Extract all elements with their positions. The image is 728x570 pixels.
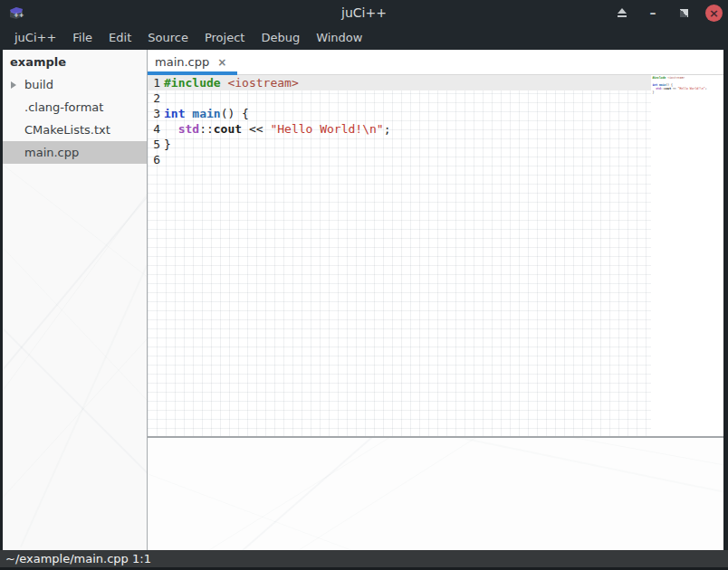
menu-bar: juCi++FileEditSourceProjectDebugWindow — [0, 25, 728, 50]
minimap-code: #include <iostream> int main() { std::co… — [651, 75, 723, 98]
content-area: example build.clang-formatCMakeLists.txt… — [0, 50, 728, 550]
tab-main-cpp[interactable]: main.cpp × — [148, 50, 237, 74]
code-token-type: int — [164, 107, 185, 120]
menu-item-window[interactable]: Window — [308, 26, 370, 49]
code-token-plain: ; — [705, 87, 707, 90]
code-token-namespace: std — [178, 122, 199, 136]
code-line-6[interactable]: 6 — [148, 152, 651, 167]
svg-text:++: ++ — [14, 12, 24, 19]
code-text: std::cout << "Hello World!\n"; — [164, 121, 390, 137]
code-token-bold: cout — [665, 87, 672, 90]
eject-icon — [618, 8, 627, 14]
code-text: } — [164, 137, 171, 152]
terminal-panel[interactable] — [148, 438, 723, 550]
code-token-plain: << — [242, 122, 270, 136]
file-tree-sidebar: example build.clang-formatCMakeLists.txt… — [3, 50, 148, 550]
app-window: ++ juCi++ – × juCi++FileEditSourceProjec… — [0, 0, 728, 570]
code-text: #include <iostream> — [164, 75, 299, 90]
menu-item-source[interactable]: Source — [139, 26, 196, 49]
code-line-3[interactable]: 3int main() { — [148, 106, 651, 121]
code-token-plain: } — [164, 138, 171, 151]
code-token-include: <iostream> — [227, 76, 298, 90]
tree-item-label: .clang-format — [24, 100, 103, 114]
project-root-label: example — [3, 50, 147, 73]
status-bar: ~/example/main.cpp 1:1 — [0, 550, 728, 570]
code-line-5[interactable]: 5} — [148, 137, 651, 152]
menu-item-debug[interactable]: Debug — [253, 26, 308, 49]
wallpaper-texture — [148, 438, 723, 550]
window-controls: – × — [613, 0, 723, 25]
title-bar: ++ juCi++ – × — [0, 0, 728, 25]
code-token-preprocessor: #include — [652, 76, 666, 80]
code-token-function: main — [192, 107, 220, 120]
line-number: 4 — [148, 121, 160, 137]
file-tree: build.clang-formatCMakeLists.txtmain.cpp — [3, 73, 147, 164]
code-token-string: "Hello World!\n" — [270, 122, 383, 136]
menu-item-project[interactable]: Project — [196, 26, 253, 49]
code-token-include: <iostream> — [667, 76, 685, 80]
tree-item-label: build — [24, 78, 53, 91]
code-editor[interactable]: 1#include <iostream>23int main() {4 std:… — [148, 75, 723, 436]
minimap[interactable]: #include <iostream> int main() { std::co… — [651, 75, 723, 436]
minimize-button[interactable]: – — [644, 4, 662, 22]
minimap-line — [652, 94, 723, 98]
shade-button[interactable] — [613, 4, 631, 22]
code-token-bold: cout — [214, 122, 242, 136]
tab-label: main.cpp — [155, 55, 209, 69]
status-file-path: ~/example/main.cpp 1:1 — [5, 552, 151, 565]
menu-item-file[interactable]: File — [64, 26, 101, 49]
app-logo-icon: ++ — [7, 5, 25, 21]
tree-item-build[interactable]: build — [3, 73, 147, 96]
code-line-1[interactable]: 1#include <iostream> — [148, 75, 651, 90]
line-number: 2 — [148, 90, 160, 106]
code-line-4[interactable]: 4 std::cout << "Hello World!\n"; — [148, 121, 651, 137]
expand-arrow-icon[interactable] — [6, 81, 21, 89]
menu-item-edit[interactable]: Edit — [101, 26, 139, 49]
line-number: 5 — [148, 137, 160, 152]
code-token-plain: << — [671, 87, 678, 90]
code-token-plain: () { — [221, 107, 249, 120]
code-token-plain — [164, 122, 178, 136]
code-token-preprocessor: #include — [164, 76, 221, 90]
editor-column: main.cpp × 1#include <iostream>23int mai… — [148, 50, 723, 550]
minimize-icon: – — [650, 8, 656, 17]
restore-button[interactable] — [675, 4, 693, 22]
code-line-2[interactable]: 2 — [148, 90, 651, 106]
tree-item-label: CMakeLists.txt — [24, 123, 110, 137]
tree-item--clang-format[interactable]: .clang-format — [3, 96, 147, 119]
line-number: 1 — [148, 75, 160, 90]
tab-bar: main.cpp × — [148, 50, 723, 75]
tree-item-cmakelists-txt[interactable]: CMakeLists.txt — [3, 119, 147, 141]
tab-close-icon[interactable]: × — [217, 56, 226, 69]
code-token-plain: ; — [384, 122, 391, 136]
restore-icon — [680, 9, 688, 17]
code-token-string: "Hello World!\n" — [678, 87, 705, 90]
close-icon: × — [709, 7, 719, 19]
line-number: 6 — [148, 152, 160, 167]
close-button[interactable]: × — [705, 5, 723, 22]
line-number: 3 — [148, 106, 160, 121]
tree-item-label: main.cpp — [24, 146, 79, 159]
code-area[interactable]: 1#include <iostream>23int main() {4 std:… — [148, 75, 651, 436]
code-text: int main() { — [164, 106, 249, 121]
tree-item-main-cpp[interactable]: main.cpp — [3, 141, 147, 164]
code-token-plain: :: — [199, 122, 214, 136]
menu-item-juci[interactable]: juCi++ — [6, 26, 64, 49]
